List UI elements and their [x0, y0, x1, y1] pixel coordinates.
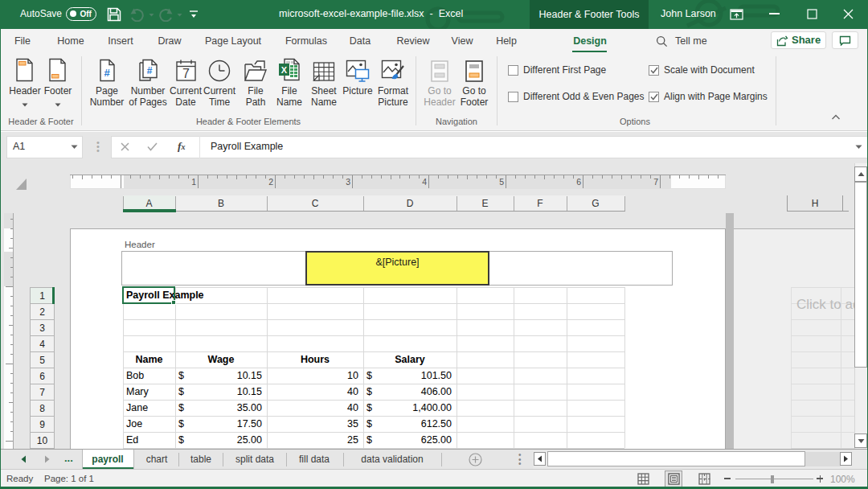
svg-text:#: # — [147, 65, 153, 76]
svg-text:X: X — [281, 65, 288, 75]
svg-text:7: 7 — [182, 67, 190, 80]
svg-text:#: # — [104, 67, 110, 79]
